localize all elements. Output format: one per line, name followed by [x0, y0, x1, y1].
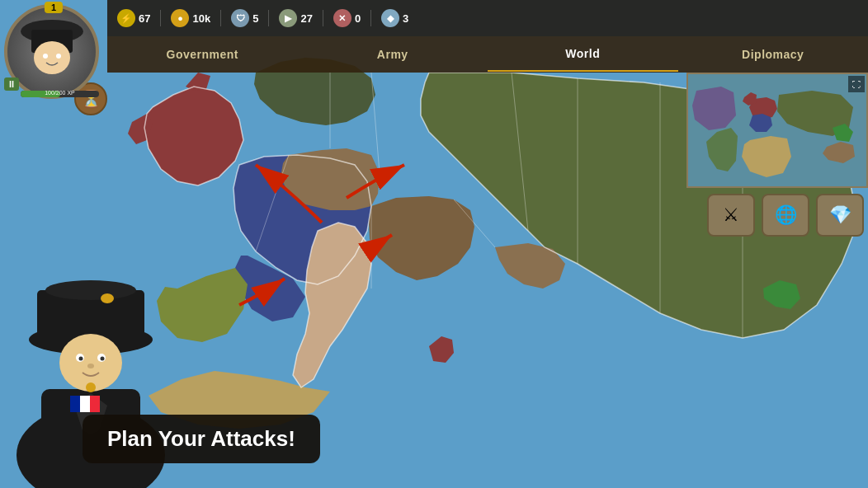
nav-bar: Government Army World Diplomacy — [107, 36, 868, 73]
shield-icon: 🛡 — [231, 9, 249, 27]
resource-coin: ● 10k — [171, 9, 210, 27]
svg-point-41 — [101, 293, 114, 303]
lightning-value: 67 — [139, 12, 150, 25]
resources-bar: ⚡ 67 ● 10k 🛡 5 ▶ 27 ✕ 0 ◆ 3 — [107, 0, 868, 36]
lightning-icon: ⚡ — [117, 9, 135, 27]
arrow-value: 27 — [300, 12, 312, 25]
svg-rect-50 — [90, 396, 100, 412]
svg-point-34 — [56, 54, 61, 59]
resource-cross: ✕ 0 — [333, 9, 361, 27]
resource-arrow: ▶ 27 — [279, 9, 312, 27]
svg-point-45 — [79, 357, 83, 361]
sep3 — [268, 10, 269, 26]
shield-value: 5 — [252, 12, 258, 25]
svg-point-40 — [45, 280, 136, 300]
svg-point-32 — [34, 41, 70, 74]
sep5 — [370, 10, 371, 26]
nav-government[interactable]: Government — [107, 38, 298, 71]
level-badge: 1 — [45, 2, 63, 13]
attack-banner: Plan Your Attacks! — [83, 415, 320, 463]
resource-diamond: ◆ 3 — [381, 9, 408, 27]
nav-diplomacy[interactable]: Diplomacy — [678, 38, 869, 71]
svg-rect-48 — [70, 396, 80, 412]
rank-badge: II — [4, 77, 19, 91]
world-button[interactable]: 🌐 — [762, 194, 809, 237]
svg-point-51 — [86, 382, 96, 392]
player-avatar: 1 II 100/200 XP — [0, 0, 107, 107]
top-bar: ⚡ 67 ● 10k 🛡 5 ▶ 27 ✕ 0 ◆ 3 Government — [0, 0, 868, 73]
nav-world[interactable]: World — [488, 37, 678, 72]
svg-point-46 — [101, 357, 105, 361]
svg-rect-49 — [80, 396, 90, 412]
attack-banner-text: Plan Your Attacks! — [107, 426, 295, 451]
right-sidebar: ⚔ 🌐 💎 — [707, 194, 864, 237]
arrow-icon: ▶ — [279, 9, 297, 27]
sep1 — [160, 10, 161, 26]
mini-map[interactable]: ⛶ — [686, 73, 868, 188]
svg-point-33 — [43, 54, 48, 59]
diamond-value: 3 — [403, 12, 408, 25]
nav-army[interactable]: Army — [298, 38, 488, 71]
diamond-icon: ◆ — [381, 9, 399, 27]
diamond-button[interactable]: 💎 — [816, 194, 864, 237]
cross-icon: ✕ — [333, 9, 351, 27]
sep2 — [220, 10, 221, 26]
resource-shield: 🛡 5 — [231, 9, 258, 27]
resource-lightning: ⚡ 67 — [117, 9, 150, 27]
coin-icon: ● — [171, 9, 189, 27]
xp-text: 100/200 XP — [21, 90, 99, 96]
coin-value: 10k — [192, 12, 210, 25]
sep4 — [323, 10, 323, 26]
svg-point-47 — [87, 364, 94, 368]
mini-map-expand-button[interactable]: ⛶ — [848, 76, 865, 92]
sword-button[interactable]: ⚔ — [707, 194, 755, 237]
cross-value: 0 — [355, 12, 361, 25]
